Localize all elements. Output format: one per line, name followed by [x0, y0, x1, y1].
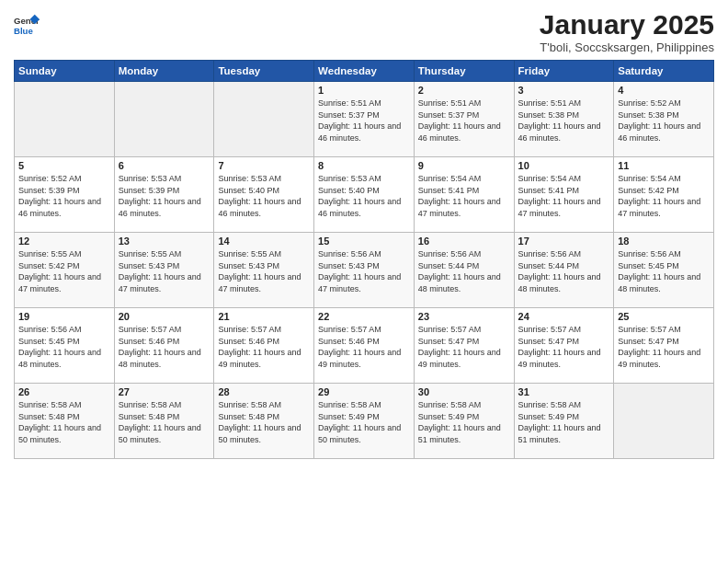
table-row: 11Sunrise: 5:54 AM Sunset: 5:42 PM Dayli…	[614, 157, 714, 233]
table-row: 30Sunrise: 5:58 AM Sunset: 5:49 PM Dayli…	[414, 384, 514, 459]
cell-info: Sunrise: 5:54 AM Sunset: 5:42 PM Dayligh…	[618, 173, 710, 219]
cell-info: Sunrise: 5:56 AM Sunset: 5:43 PM Dayligh…	[318, 248, 410, 294]
cell-info: Sunrise: 5:53 AM Sunset: 5:39 PM Dayligh…	[119, 173, 210, 219]
cell-info: Sunrise: 5:57 AM Sunset: 5:46 PM Dayligh…	[119, 324, 210, 370]
cell-date: 29	[318, 386, 410, 397]
calendar-header-row: Sunday Monday Tuesday Wednesday Thursday…	[15, 61, 714, 82]
cell-info: Sunrise: 5:55 AM Sunset: 5:43 PM Dayligh…	[218, 248, 310, 294]
col-saturday: Saturday	[614, 61, 714, 82]
cell-info: Sunrise: 5:51 AM Sunset: 5:37 PM Dayligh…	[318, 98, 410, 144]
table-row: 29Sunrise: 5:58 AM Sunset: 5:49 PM Dayli…	[314, 384, 415, 459]
svg-text:Blue: Blue	[14, 26, 33, 36]
table-row: 8Sunrise: 5:53 AM Sunset: 5:40 PM Daylig…	[314, 157, 415, 233]
table-row	[114, 82, 214, 157]
cell-date: 7	[218, 160, 310, 171]
cell-date: 28	[218, 386, 310, 397]
logo: General Blue	[14, 13, 40, 39]
table-row: 10Sunrise: 5:54 AM Sunset: 5:41 PM Dayli…	[514, 157, 614, 233]
table-row: 7Sunrise: 5:53 AM Sunset: 5:40 PM Daylig…	[214, 157, 314, 233]
cell-date: 24	[518, 311, 610, 322]
table-row: 4Sunrise: 5:52 AM Sunset: 5:38 PM Daylig…	[614, 82, 714, 157]
table-row: 6Sunrise: 5:53 AM Sunset: 5:39 PM Daylig…	[114, 157, 214, 233]
cell-date: 19	[18, 311, 110, 322]
table-row: 25Sunrise: 5:57 AM Sunset: 5:47 PM Dayli…	[614, 308, 714, 384]
cell-info: Sunrise: 5:54 AM Sunset: 5:41 PM Dayligh…	[518, 173, 610, 219]
table-row: 12Sunrise: 5:55 AM Sunset: 5:42 PM Dayli…	[15, 233, 115, 308]
cell-date: 17	[518, 236, 610, 247]
cell-info: Sunrise: 5:56 AM Sunset: 5:45 PM Dayligh…	[618, 248, 710, 294]
cell-date: 22	[318, 311, 410, 322]
cell-date: 10	[518, 160, 610, 171]
col-tuesday: Tuesday	[214, 61, 314, 82]
cell-info: Sunrise: 5:57 AM Sunset: 5:47 PM Dayligh…	[618, 324, 710, 370]
cell-info: Sunrise: 5:58 AM Sunset: 5:49 PM Dayligh…	[318, 399, 410, 445]
calendar-week-row: 5Sunrise: 5:52 AM Sunset: 5:39 PM Daylig…	[15, 157, 714, 233]
cell-info: Sunrise: 5:58 AM Sunset: 5:48 PM Dayligh…	[18, 399, 110, 445]
cell-info: Sunrise: 5:56 AM Sunset: 5:45 PM Dayligh…	[18, 324, 110, 370]
col-monday: Monday	[114, 61, 214, 82]
cell-info: Sunrise: 5:56 AM Sunset: 5:44 PM Dayligh…	[518, 248, 610, 294]
table-row: 31Sunrise: 5:58 AM Sunset: 5:49 PM Dayli…	[514, 384, 614, 459]
cell-info: Sunrise: 5:53 AM Sunset: 5:40 PM Dayligh…	[218, 173, 310, 219]
cell-info: Sunrise: 5:56 AM Sunset: 5:44 PM Dayligh…	[418, 248, 510, 294]
cell-info: Sunrise: 5:52 AM Sunset: 5:38 PM Dayligh…	[618, 98, 710, 144]
cell-info: Sunrise: 5:55 AM Sunset: 5:42 PM Dayligh…	[18, 248, 110, 294]
cell-date: 27	[119, 386, 210, 397]
cell-date: 2	[418, 85, 510, 96]
table-row: 14Sunrise: 5:55 AM Sunset: 5:43 PM Dayli…	[214, 233, 314, 308]
cell-info: Sunrise: 5:57 AM Sunset: 5:47 PM Dayligh…	[418, 324, 510, 370]
table-row: 1Sunrise: 5:51 AM Sunset: 5:37 PM Daylig…	[314, 82, 415, 157]
cell-date: 21	[218, 311, 310, 322]
page: General Blue January 2025 T'boli, Soccsk…	[0, 0, 728, 563]
cell-date: 15	[318, 236, 410, 247]
cell-info: Sunrise: 5:55 AM Sunset: 5:43 PM Dayligh…	[119, 248, 210, 294]
title-area: January 2025 T'boli, Soccsksargen, Phili…	[540, 9, 714, 54]
table-row: 23Sunrise: 5:57 AM Sunset: 5:47 PM Dayli…	[414, 308, 514, 384]
calendar-week-row: 1Sunrise: 5:51 AM Sunset: 5:37 PM Daylig…	[15, 82, 714, 157]
cell-date: 20	[119, 311, 210, 322]
cell-date: 6	[119, 160, 210, 171]
cell-date: 31	[518, 386, 610, 397]
table-row: 20Sunrise: 5:57 AM Sunset: 5:46 PM Dayli…	[114, 308, 214, 384]
cell-info: Sunrise: 5:58 AM Sunset: 5:48 PM Dayligh…	[218, 399, 310, 445]
col-sunday: Sunday	[15, 61, 115, 82]
table-row: 9Sunrise: 5:54 AM Sunset: 5:41 PM Daylig…	[414, 157, 514, 233]
cell-info: Sunrise: 5:52 AM Sunset: 5:39 PM Dayligh…	[18, 173, 110, 219]
cell-date: 13	[119, 236, 210, 247]
col-wednesday: Wednesday	[314, 61, 415, 82]
cell-info: Sunrise: 5:58 AM Sunset: 5:48 PM Dayligh…	[119, 399, 210, 445]
cell-info: Sunrise: 5:58 AM Sunset: 5:49 PM Dayligh…	[418, 399, 510, 445]
main-title: January 2025	[540, 9, 714, 40]
table-row: 16Sunrise: 5:56 AM Sunset: 5:44 PM Dayli…	[414, 233, 514, 308]
cell-date: 16	[418, 236, 510, 247]
calendar-week-row: 19Sunrise: 5:56 AM Sunset: 5:45 PM Dayli…	[15, 308, 714, 384]
cell-date: 11	[618, 160, 710, 171]
subtitle: T'boli, Soccsksargen, Philippines	[540, 40, 714, 54]
table-row: 26Sunrise: 5:58 AM Sunset: 5:48 PM Dayli…	[15, 384, 115, 459]
table-row	[614, 384, 714, 459]
cell-date: 1	[318, 85, 410, 96]
cell-date: 12	[18, 236, 110, 247]
cell-date: 26	[18, 386, 110, 397]
table-row: 5Sunrise: 5:52 AM Sunset: 5:39 PM Daylig…	[15, 157, 115, 233]
cell-date: 5	[18, 160, 110, 171]
table-row: 17Sunrise: 5:56 AM Sunset: 5:44 PM Dayli…	[514, 233, 614, 308]
col-friday: Friday	[514, 61, 614, 82]
cell-date: 23	[418, 311, 510, 322]
table-row: 15Sunrise: 5:56 AM Sunset: 5:43 PM Dayli…	[314, 233, 415, 308]
table-row: 3Sunrise: 5:51 AM Sunset: 5:38 PM Daylig…	[514, 82, 614, 157]
calendar-week-row: 26Sunrise: 5:58 AM Sunset: 5:48 PM Dayli…	[15, 384, 714, 459]
cell-date: 25	[618, 311, 710, 322]
logo-icon: General Blue	[14, 13, 40, 39]
table-row	[15, 82, 115, 157]
cell-info: Sunrise: 5:53 AM Sunset: 5:40 PM Dayligh…	[318, 173, 410, 219]
cell-info: Sunrise: 5:57 AM Sunset: 5:47 PM Dayligh…	[518, 324, 610, 370]
cell-info: Sunrise: 5:57 AM Sunset: 5:46 PM Dayligh…	[318, 324, 410, 370]
table-row: 27Sunrise: 5:58 AM Sunset: 5:48 PM Dayli…	[114, 384, 214, 459]
table-row: 24Sunrise: 5:57 AM Sunset: 5:47 PM Dayli…	[514, 308, 614, 384]
table-row: 21Sunrise: 5:57 AM Sunset: 5:46 PM Dayli…	[214, 308, 314, 384]
cell-info: Sunrise: 5:51 AM Sunset: 5:37 PM Dayligh…	[418, 98, 510, 144]
table-row: 13Sunrise: 5:55 AM Sunset: 5:43 PM Dayli…	[114, 233, 214, 308]
cell-date: 8	[318, 160, 410, 171]
cell-date: 30	[418, 386, 510, 397]
